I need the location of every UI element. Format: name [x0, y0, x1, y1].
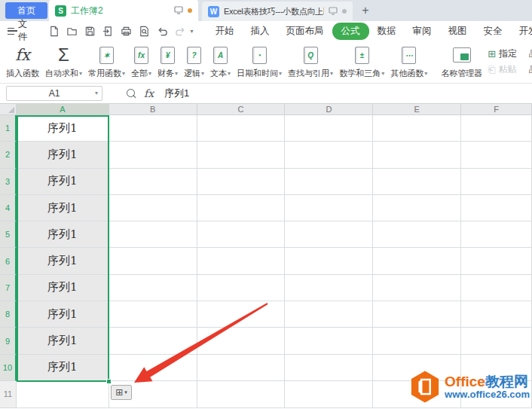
- column-header-A[interactable]: A: [17, 104, 109, 115]
- menu-tab-6[interactable]: 审阅: [405, 23, 440, 40]
- ribbon-button-5[interactable]: ¥财务▾: [154, 41, 181, 83]
- cell-C10[interactable]: [197, 355, 286, 381]
- fill-options-button[interactable]: ⊞ ▾: [111, 385, 132, 400]
- cell-A6[interactable]: 序列1: [17, 248, 109, 274]
- cell-A2[interactable]: 序列1: [17, 142, 109, 168]
- cell-B3[interactable]: [109, 169, 197, 195]
- menu-tab-8[interactable]: 安全: [475, 23, 511, 40]
- print-preview-icon[interactable]: [136, 23, 152, 38]
- ribbon-button-7[interactable]: A文本▾: [207, 41, 234, 83]
- cell-C3[interactable]: [197, 169, 286, 195]
- cell-B10[interactable]: [109, 355, 197, 381]
- menu-tab-5[interactable]: 数据: [369, 23, 405, 40]
- cell-E9[interactable]: [373, 328, 461, 354]
- cell-C7[interactable]: [197, 275, 286, 301]
- print-icon[interactable]: [118, 23, 134, 38]
- row-header-2[interactable]: 2: [0, 142, 17, 168]
- tab-browser-article[interactable]: W Excel表格技巧---小数点向上取整: [202, 2, 353, 21]
- row-header-3[interactable]: 3: [0, 169, 17, 195]
- fx-icon[interactable]: fx: [144, 87, 154, 99]
- row-header-7[interactable]: 7: [0, 275, 17, 301]
- cell-D3[interactable]: [285, 169, 373, 195]
- ribbon-button-10[interactable]: ±数学和三角▾: [336, 41, 387, 83]
- cell-A11[interactable]: [17, 381, 109, 408]
- cell-A4[interactable]: 序列1: [17, 195, 109, 221]
- cell-E4[interactable]: [373, 195, 461, 221]
- cell-B4[interactable]: [109, 195, 197, 221]
- ribbon-button-6[interactable]: ?逻辑▾: [181, 41, 207, 83]
- new-tab-button[interactable]: +: [357, 2, 374, 19]
- cell-D6[interactable]: [285, 248, 373, 274]
- row-header-9[interactable]: 9: [0, 328, 17, 354]
- cell-F5[interactable]: [461, 221, 532, 248]
- cell-B9[interactable]: [109, 328, 197, 354]
- cell-A5[interactable]: 序列1: [17, 221, 109, 248]
- cell-F1[interactable]: [461, 115, 532, 142]
- cell-B7[interactable]: [109, 275, 197, 301]
- cell-E8[interactable]: [373, 301, 461, 328]
- redo-icon[interactable]: [173, 23, 188, 38]
- cell-E6[interactable]: [373, 248, 461, 274]
- cell-F2[interactable]: [461, 142, 532, 168]
- column-header-E[interactable]: E: [373, 104, 461, 115]
- trace-button-1[interactable]: 品追踪: [529, 47, 530, 60]
- ribbon-button-3[interactable]: ✶常用函数▾: [85, 41, 128, 83]
- cell-D11[interactable]: [285, 381, 373, 408]
- cell-C4[interactable]: [197, 195, 286, 221]
- cell-F3[interactable]: [461, 169, 532, 195]
- cell-D2[interactable]: [285, 142, 373, 168]
- cell-D5[interactable]: [285, 221, 373, 248]
- ribbon-button-12[interactable]: 名称管理器: [438, 41, 485, 83]
- cell-A1[interactable]: 序列1: [17, 115, 109, 142]
- cell-E7[interactable]: [373, 275, 461, 301]
- ribbon-button-2[interactable]: Σ自动求和▾: [42, 41, 85, 83]
- cell-E2[interactable]: [373, 142, 461, 168]
- cell-A8[interactable]: 序列1: [17, 301, 109, 328]
- ribbon-button-4[interactable]: fx全部▾: [128, 41, 154, 83]
- cell-C1[interactable]: [197, 115, 286, 142]
- menu-tab-3[interactable]: 页面布局: [278, 23, 332, 40]
- home-button[interactable]: 首页: [5, 2, 47, 19]
- new-document-icon[interactable]: [46, 23, 62, 38]
- export-icon[interactable]: [100, 23, 116, 38]
- ribbon-button-8[interactable]: ◔日期和时间▾: [234, 41, 285, 83]
- cell-B2[interactable]: [109, 142, 197, 168]
- cell-E3[interactable]: [373, 169, 461, 195]
- chevron-down-icon[interactable]: ▾: [95, 90, 98, 96]
- menu-tab-9[interactable]: 开发工具: [511, 23, 532, 40]
- menu-tab-4[interactable]: 公式: [332, 23, 369, 40]
- row-header-1[interactable]: 1: [0, 115, 17, 142]
- row-header-8[interactable]: 8: [0, 301, 17, 328]
- cell-A3[interactable]: 序列1: [17, 169, 109, 195]
- ribbon-button-9[interactable]: Q查找与引用▾: [285, 41, 336, 83]
- cell-E5[interactable]: [373, 221, 461, 248]
- cell-A7[interactable]: 序列1: [17, 275, 109, 301]
- cell-C2[interactable]: [197, 142, 286, 168]
- cell-A9[interactable]: 序列1: [17, 328, 109, 354]
- save-icon[interactable]: [82, 23, 98, 38]
- ribbon-button-1[interactable]: fx插入函数: [3, 41, 42, 83]
- undo-icon[interactable]: [154, 23, 170, 38]
- cell-C11[interactable]: [197, 381, 286, 408]
- cell-B8[interactable]: [109, 301, 197, 328]
- column-header-D[interactable]: D: [285, 104, 373, 115]
- menu-tab-1[interactable]: 开始: [207, 23, 243, 40]
- cell-D4[interactable]: [285, 195, 373, 221]
- cell-C5[interactable]: [197, 221, 286, 248]
- cell-D8[interactable]: [285, 301, 373, 328]
- trace-button-2[interactable]: 品追踪: [529, 63, 530, 76]
- row-header-6[interactable]: 6: [0, 248, 17, 274]
- select-all-corner[interactable]: [0, 104, 17, 115]
- cell-D1[interactable]: [285, 115, 373, 142]
- formula-input[interactable]: 序列1: [164, 87, 189, 100]
- search-icon[interactable]: [127, 89, 136, 99]
- cell-B5[interactable]: [109, 221, 197, 248]
- menu-tab-2[interactable]: 插入: [243, 23, 278, 40]
- menu-tab-7[interactable]: 视图: [440, 23, 475, 40]
- cell-D9[interactable]: [285, 328, 373, 354]
- ribbon-button-11[interactable]: ⋯其他函数▾: [387, 41, 430, 83]
- row-header-11[interactable]: 11: [0, 381, 17, 408]
- name-box[interactable]: A1 ▾: [6, 86, 102, 101]
- cell-D10[interactable]: [285, 355, 373, 381]
- fill-handle[interactable]: [106, 379, 112, 384]
